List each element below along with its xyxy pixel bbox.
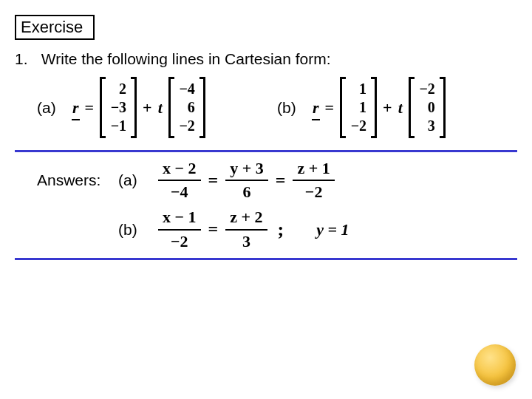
plus-sign: +: [383, 98, 392, 117]
question-line: 1. Write the following lines in Cartesia…: [15, 50, 517, 68]
vec-entry: −4: [179, 80, 195, 98]
frac-den: −2: [166, 233, 193, 250]
equals-sign: =: [325, 98, 335, 117]
frac-num: z + 1: [293, 160, 334, 177]
frac-num: x − 1: [158, 208, 201, 226]
answer-b-extra: y = 1: [316, 220, 349, 239]
frac-den: −2: [301, 183, 327, 201]
bracket-left-icon: [168, 77, 174, 138]
decorative-gold-circle-icon: [474, 344, 516, 386]
fraction-bar-icon: [225, 229, 267, 231]
divider: [15, 150, 517, 152]
frac-den: 6: [239, 183, 256, 201]
question-text: Write the following lines in Cartesian f…: [41, 50, 331, 67]
part-a-label: (a): [37, 99, 62, 117]
vec-entry: −2: [419, 80, 435, 98]
question-parts: (a) r = 2 −3 −1 + t −4 6 −2: [15, 72, 517, 146]
part-b: (b) r = 1 1 −2 + t −2 0 3: [277, 77, 517, 138]
vector-a-start: 2 −3 −1: [100, 77, 137, 138]
question-number: 1.: [15, 50, 37, 68]
equals-sign: =: [208, 219, 219, 239]
answer-b-label: (b): [118, 221, 145, 239]
vector-b-start: 1 1 −2: [340, 77, 377, 138]
frac-den: 3: [238, 233, 255, 250]
fraction: y + 3 6: [225, 160, 268, 201]
vec-entry: −2: [179, 117, 195, 135]
frac-den: −4: [166, 183, 193, 201]
equals-sign: =: [208, 171, 219, 191]
vector-a-dir: −4 6 −2: [168, 77, 205, 138]
bracket-left-icon: [100, 77, 106, 138]
part-b-label: (b): [277, 99, 302, 117]
fraction-bar-icon: [225, 180, 268, 181]
t-variable: t: [158, 98, 163, 117]
t-variable: t: [398, 98, 403, 117]
equals-sign: =: [276, 171, 286, 191]
bracket-right-icon: [440, 77, 446, 138]
part-b-equation: r = 1 1 −2 + t −2 0 3: [313, 77, 446, 138]
part-a-equation: r = 2 −3 −1 + t −4 6 −2: [72, 77, 205, 138]
bracket-right-icon: [200, 77, 205, 138]
answer-a-row: Answers: (a) x − 2 −4 = y + 3 6 = z + 1 …: [15, 160, 517, 201]
vec-entry: 3: [419, 117, 435, 135]
bracket-right-icon: [371, 77, 377, 138]
frac-num: x − 2: [158, 160, 201, 177]
plus-sign: +: [143, 98, 152, 117]
exercise-title: Exercise: [21, 18, 83, 36]
r-variable: r: [72, 98, 79, 117]
exercise-title-box: Exercise: [15, 15, 95, 40]
vec-entry: 6: [179, 98, 195, 117]
fraction: x − 1 −2: [158, 208, 201, 250]
answer-a-equation: x − 2 −4 = y + 3 6 = z + 1 −2: [158, 160, 335, 201]
vec-entry: −3: [110, 98, 126, 117]
answers-heading: Answers:: [37, 171, 105, 189]
fraction-bar-icon: [293, 180, 334, 181]
equals-sign: =: [85, 98, 95, 117]
vec-entry: 1: [350, 80, 366, 98]
fraction: x − 2 −4: [158, 160, 201, 201]
vec-entry: −1: [110, 117, 126, 135]
answer-b-row: (b) x − 1 −2 = z + 2 3 ; y = 1: [15, 208, 517, 250]
fraction: z + 2 3: [225, 208, 267, 250]
answer-b-equation: x − 1 −2 = z + 2 3 ; y = 1: [158, 208, 349, 250]
frac-num: y + 3: [225, 160, 268, 177]
r-variable: r: [313, 98, 319, 117]
fraction: z + 1 −2: [293, 160, 334, 201]
bracket-right-icon: [131, 77, 137, 138]
bracket-left-icon: [409, 77, 415, 138]
vec-entry: 1: [350, 98, 366, 117]
semicolon: ;: [275, 219, 284, 241]
vec-entry: 0: [419, 98, 435, 117]
vec-entry: −2: [350, 117, 366, 135]
vec-entry: 2: [110, 80, 126, 98]
frac-num: z + 2: [225, 208, 267, 226]
part-a: (a) r = 2 −3 −1 + t −4 6 −2: [15, 77, 277, 138]
bracket-left-icon: [340, 77, 346, 138]
answer-a-label: (a): [118, 171, 145, 189]
fraction-bar-icon: [158, 229, 201, 231]
vector-b-dir: −2 0 3: [409, 77, 446, 138]
divider: [15, 258, 517, 260]
fraction-bar-icon: [158, 180, 201, 181]
answers-block: Answers: (a) x − 2 −4 = y + 3 6 = z + 1 …: [15, 160, 517, 250]
